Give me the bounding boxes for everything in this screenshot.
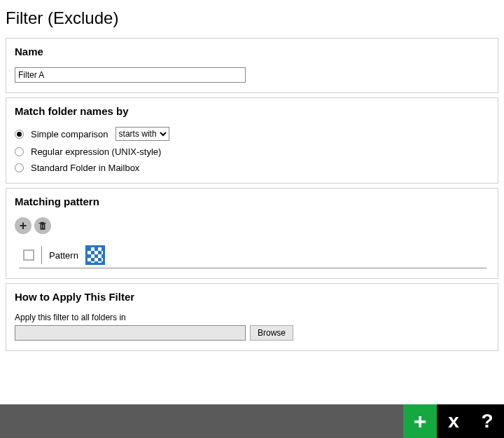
plus-icon: + [20, 219, 27, 232]
pattern-column-label: Pattern [49, 250, 78, 261]
radio-regex[interactable] [15, 147, 24, 156]
radio-simple-label: Simple comparison [31, 129, 108, 139]
footer-add-button[interactable]: + [403, 404, 437, 438]
footer-cancel-button[interactable]: x [437, 404, 470, 438]
pattern-swatch-icon[interactable] [85, 245, 105, 265]
match-panel: Match folder names by Simple comparison … [6, 97, 498, 184]
pattern-header-row: Pattern [19, 242, 486, 268]
apply-folder-input[interactable] [15, 325, 246, 341]
page-title: Filter (Exclude) [0, 0, 504, 34]
apply-heading: How to Apply This Filter [15, 291, 489, 303]
match-heading: Match folder names by [15, 105, 489, 117]
match-option-standard-row: Standard Folder in Mailbox [15, 163, 489, 173]
delete-pattern-button[interactable] [34, 217, 51, 234]
trash-icon [38, 221, 48, 231]
pattern-panel: Matching pattern + Pattern [6, 188, 498, 279]
pattern-heading: Matching pattern [15, 196, 489, 207]
select-all-checkbox[interactable] [23, 249, 34, 261]
comparison-select[interactable]: starts with [115, 127, 169, 141]
footer-bar: + x ? [0, 404, 504, 438]
match-option-simple-row: Simple comparison starts with [15, 127, 489, 141]
filter-name-input[interactable] [15, 67, 246, 83]
apply-label: Apply this filter to all folders in [15, 313, 489, 322]
browse-button[interactable]: Browse [250, 325, 293, 341]
column-divider [41, 246, 42, 264]
radio-standard-label: Standard Folder in Mailbox [31, 163, 139, 173]
radio-standard[interactable] [15, 163, 24, 172]
apply-row: Browse [15, 325, 489, 341]
radio-simple[interactable] [15, 130, 24, 139]
radio-regex-label: Regular expression (UNIX-style) [31, 146, 161, 157]
name-heading: Name [15, 46, 489, 57]
pattern-toolbar: + [15, 217, 489, 234]
add-pattern-button[interactable]: + [15, 217, 31, 234]
match-option-regex-row: Regular expression (UNIX-style) [15, 146, 489, 157]
name-panel: Name [6, 38, 498, 93]
apply-panel: How to Apply This Filter Apply this filt… [6, 283, 498, 351]
footer-help-button[interactable]: ? [470, 404, 504, 438]
